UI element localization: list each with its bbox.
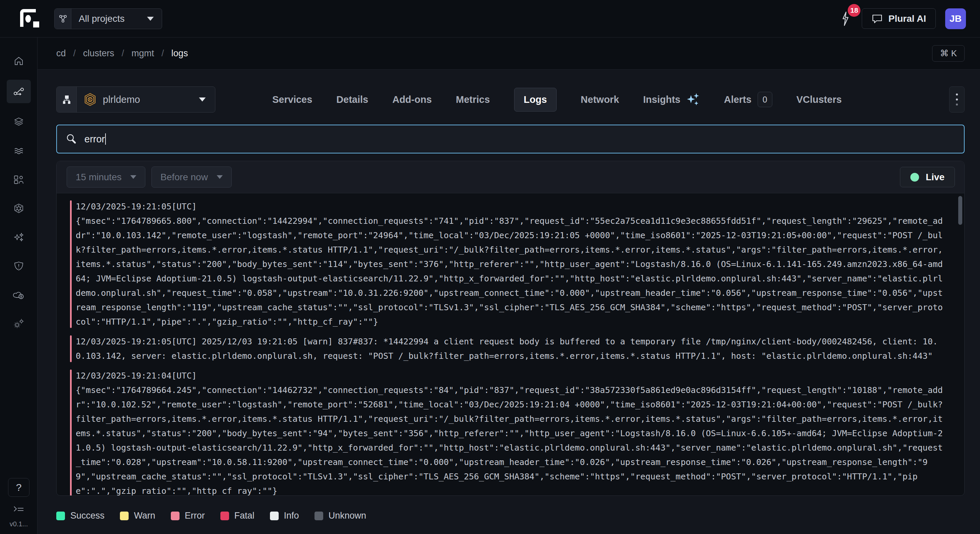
org-tree-icon: [55, 9, 72, 29]
breadcrumb-cd[interactable]: cd: [56, 48, 66, 59]
scrollbar-thumb[interactable]: [958, 196, 962, 225]
tab-network[interactable]: Network: [581, 94, 619, 105]
legend-label: Info: [284, 510, 299, 521]
sidebar-item-stacks[interactable]: [7, 112, 31, 132]
svg-text:K: K: [89, 97, 91, 102]
stacks-icon: [14, 117, 24, 127]
content: K plrldemo Services Details Add-ons Metr…: [38, 70, 980, 534]
chevron-down-icon: [217, 175, 223, 179]
help-button[interactable]: ?: [8, 478, 29, 497]
sidebar-item-ai[interactable]: [7, 227, 31, 247]
tab-addons[interactable]: Add-ons: [392, 94, 432, 105]
more-actions-button[interactable]: [949, 86, 965, 113]
breadcrumb-separator: /: [122, 48, 124, 59]
plural-ai-button[interactable]: Plural AI: [862, 8, 936, 29]
log-list: 12/03/2025-19:21:05[UTC] {"msec":"176478…: [57, 193, 964, 496]
legend-swatch: [120, 512, 129, 520]
tab-services[interactable]: Services: [272, 94, 312, 105]
plural-ai-label: Plural AI: [888, 13, 926, 24]
tab-insights[interactable]: Insights: [643, 92, 700, 107]
text-cursor: [105, 133, 106, 145]
legend-item-success: Success: [56, 510, 105, 521]
flows-icon: [14, 146, 24, 156]
log-text: 12/03/2025-19:21:04[UTC] {"msec":"176478…: [76, 368, 944, 496]
cluster-header: K plrldemo Services Details Add-ons Metr…: [56, 86, 965, 113]
chevron-down-icon: [130, 175, 136, 179]
sidebar-item-cost[interactable]: [7, 285, 31, 305]
tab-bar: Services Details Add-ons Metrics Logs Ne…: [272, 88, 842, 112]
breadcrumb-row: cd / clusters / mgmt / logs ⌘ K: [38, 38, 980, 70]
anchor-dropdown[interactable]: Before now: [151, 166, 232, 188]
legend-item-warn: Warn: [120, 510, 155, 521]
breadcrumb-clusters[interactable]: clusters: [83, 48, 114, 59]
breadcrumb-mgmt[interactable]: mgmt: [132, 48, 154, 59]
cloud-cost-icon: [13, 290, 24, 300]
cluster-selector[interactable]: K plrldemo: [56, 86, 215, 113]
sidebar-item-flows[interactable]: [7, 141, 31, 161]
legend-label: Error: [185, 510, 205, 521]
log-entry: 12/03/2025-19:21:05[UTC] {"msec":"176478…: [70, 199, 944, 329]
live-label: Live: [926, 172, 945, 183]
severity-legend: Success Warn Error Fatal Info Unknown: [56, 510, 965, 521]
sparkles-icon: [686, 92, 700, 107]
legend-label: Success: [70, 510, 105, 521]
log-entry: 12/03/2025-19:21:05[UTC] 2025/12/03 19:2…: [70, 334, 944, 363]
legend-label: Unknown: [329, 510, 366, 521]
tab-logs[interactable]: Logs: [514, 88, 557, 112]
duration-dropdown[interactable]: 15 minutes: [67, 166, 145, 188]
sidebar-item-home[interactable]: [7, 51, 31, 71]
sidebar-item-kubernetes[interactable]: [7, 198, 31, 218]
notifications-button[interactable]: 18: [838, 10, 853, 28]
tab-details[interactable]: Details: [336, 94, 368, 105]
tab-alerts[interactable]: Alerts 0: [724, 92, 772, 107]
project-selector[interactable]: All projects: [54, 8, 162, 29]
tab-alerts-label: Alerts: [724, 94, 751, 105]
home-icon: [14, 56, 24, 66]
legend-label: Fatal: [234, 510, 255, 521]
console-icon[interactable]: [13, 505, 24, 513]
breadcrumb-separator: /: [161, 48, 164, 59]
plural-logo-icon[interactable]: [19, 9, 43, 29]
sidebar-item-cd[interactable]: [7, 80, 31, 103]
sidebar-bottom: ? v0.1...: [0, 478, 38, 528]
legend-label: Warn: [134, 510, 155, 521]
sidebar-item-catalog[interactable]: [7, 169, 31, 190]
tab-vclusters[interactable]: VClusters: [797, 94, 842, 105]
cluster-name: plrldemo: [103, 94, 199, 105]
kebab-menu-icon: [956, 94, 958, 105]
legend-item-info: Info: [270, 510, 299, 521]
live-toggle[interactable]: Live: [900, 167, 955, 187]
legend-swatch: [270, 512, 278, 520]
anchor-label: Before now: [161, 172, 208, 183]
kubernetes-icon: K: [84, 93, 96, 106]
log-entry: 12/03/2025-19:21:04[UTC] {"msec":"176478…: [70, 368, 944, 496]
topbar-actions: 18 Plural AI JB: [838, 8, 966, 29]
avatar[interactable]: JB: [945, 8, 966, 29]
command-palette-shortcut[interactable]: ⌘ K: [932, 45, 965, 62]
legend-item-error: Error: [171, 510, 205, 521]
breadcrumb-logs: logs: [172, 48, 188, 59]
main-area: cd / clusters / mgmt / logs ⌘ K: [38, 38, 980, 534]
log-panel: 15 minutes Before now Live 12/03/2025-19…: [56, 161, 965, 496]
log-search-input[interactable]: error: [56, 124, 965, 153]
sidebar-item-settings[interactable]: [7, 314, 31, 334]
sidebar-item-security[interactable]: [7, 256, 31, 276]
log-toolbar: 15 minutes Before now Live: [57, 161, 964, 193]
ai-sparkles-icon: [13, 232, 24, 242]
gears-icon: [13, 319, 24, 328]
severity-bar: [70, 335, 72, 362]
catalog-icon: [13, 175, 24, 185]
severity-bar: [70, 200, 72, 328]
live-dot: [910, 173, 919, 182]
tab-metrics[interactable]: Metrics: [456, 94, 490, 105]
tab-insights-label: Insights: [643, 94, 680, 105]
duration-label: 15 minutes: [76, 172, 122, 183]
legend-swatch: [315, 512, 323, 520]
log-text: 12/03/2025-19:21:05[UTC] {"msec":"176478…: [76, 199, 944, 329]
chat-bubble-icon: [872, 13, 883, 24]
legend-swatch: [220, 512, 229, 520]
search-value: error: [84, 134, 105, 145]
legend-item-fatal: Fatal: [220, 510, 255, 521]
legend-swatch: [56, 512, 65, 520]
search-icon: [66, 133, 77, 145]
